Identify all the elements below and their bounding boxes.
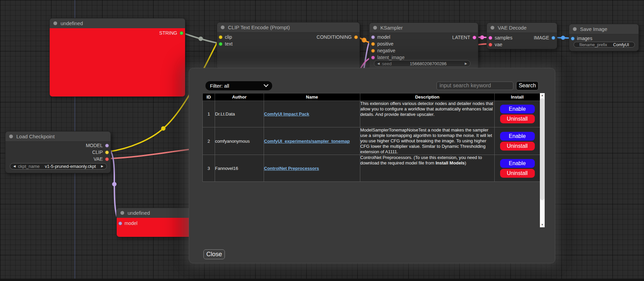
port-dot[interactable] — [371, 35, 375, 39]
reroute-dot-pink[interactable] — [480, 35, 484, 39]
port-dot[interactable] — [371, 56, 375, 59]
output-port-string[interactable]: STRING — [159, 31, 183, 35]
search-button[interactable]: Search — [516, 81, 539, 90]
extension-author: Dr.Lt.Data — [215, 101, 264, 127]
node-title: undefined — [61, 20, 83, 26]
column-header: Author — [215, 93, 264, 101]
extensions-table: IDAuthorNameDescriptionInstall 1Dr.Lt.Da… — [202, 93, 540, 182]
node-load-checkpoint[interactable]: Load Checkpoint MODEL CLIP VAE ◀ ckpt_na… — [5, 131, 111, 173]
node-body: STRING — [50, 28, 185, 96]
extension-link[interactable]: ComfyUI Impact Pack — [264, 111, 309, 117]
enable-button[interactable]: Enable — [500, 132, 535, 141]
reroute-dot-blue[interactable] — [561, 36, 565, 40]
node-title-bar[interactable]: undefined — [50, 18, 185, 29]
output-port-clip[interactable]: CLIP — [92, 150, 109, 155]
filter-select[interactable]: Filter: all — [205, 81, 272, 90]
scrollbar-thumb[interactable] — [540, 98, 544, 200]
reroute-dot-purple[interactable] — [112, 182, 117, 187]
scrollbar-down-arrow[interactable]: ▼ — [540, 223, 545, 227]
node-ksampler[interactable]: KSampler model positive negative latent_… — [369, 22, 478, 70]
port-dot[interactable] — [180, 31, 183, 35]
enable-button[interactable]: Enable — [500, 105, 535, 113]
scrollbar-up-arrow[interactable]: ▲ — [540, 93, 545, 98]
extension-row: 1Dr.Lt.DataComfyUI Impact PackThis exten… — [203, 101, 540, 127]
extension-id: 3 — [203, 155, 215, 182]
uninstall-button[interactable]: Uninstall — [500, 169, 535, 178]
node-status-dot — [491, 26, 494, 30]
extension-install-cell: EnableUninstall — [495, 127, 540, 155]
close-button[interactable]: Close — [203, 249, 225, 259]
node-title-bar[interactable]: Load Checkpoint — [5, 131, 111, 142]
widget-increment-arrow[interactable]: ▶ — [465, 62, 467, 65]
reroute-dot-orange[interactable] — [362, 38, 366, 42]
input-port-images[interactable]: images — [571, 36, 592, 41]
port-dot[interactable] — [219, 35, 222, 39]
extension-row: 2comfyanonymousComfyUI_experiments/sampl… — [203, 127, 540, 155]
ckpt-name-widget[interactable]: ◀ ckpt_name v1-5-pruned-emaonly.ckpt ▶ — [10, 163, 107, 170]
node-clip-text-encode[interactable]: CLIP Text Encode (Prompt) clip text COND… — [217, 22, 360, 70]
extensions-table-body: 1Dr.Lt.DataComfyUI Impact PackThis exten… — [203, 101, 540, 182]
scrollbar[interactable]: ▲ ▼ — [540, 93, 545, 227]
node-canvas[interactable]: { "canvas": { "wire_colors": { "gray": "… — [0, 0, 644, 281]
node-title-bar[interactable]: VAE Decode — [487, 23, 557, 33]
port-dot[interactable] — [354, 35, 358, 39]
input-port-samples[interactable]: samples — [489, 35, 512, 40]
input-port-model[interactable]: model — [118, 221, 137, 226]
column-header: Install — [495, 93, 540, 101]
column-header: ID — [203, 93, 215, 101]
node-title-bar[interactable]: KSampler — [369, 23, 478, 33]
node-save-image[interactable]: Save Image images filename_prefix ComfyU… — [569, 24, 639, 51]
port-dot[interactable] — [551, 36, 555, 40]
output-port-vae[interactable]: VAE — [94, 157, 109, 161]
port-dot[interactable] — [118, 222, 122, 225]
search-group: Search — [436, 81, 539, 90]
input-port-text[interactable]: text — [219, 41, 233, 46]
node-undefined-top[interactable]: undefined STRING — [49, 18, 185, 97]
port-dot[interactable] — [105, 151, 109, 154]
port-dot[interactable] — [473, 36, 476, 39]
port-dot[interactable] — [571, 37, 575, 40]
port-dot[interactable] — [489, 43, 492, 47]
input-port-negative[interactable]: negative — [371, 48, 395, 53]
output-port-model[interactable]: MODEL — [86, 143, 109, 148]
port-dot[interactable] — [105, 157, 109, 161]
extension-author: Fannovel16 — [215, 155, 264, 182]
input-port-positive[interactable]: positive — [371, 41, 393, 46]
extension-link[interactable]: ControlNet Preprocessors — [264, 166, 319, 171]
uninstall-button[interactable]: Uninstall — [500, 115, 535, 123]
port-dot[interactable] — [371, 49, 375, 53]
node-title: VAE Decode — [498, 25, 527, 31]
node-title-bar[interactable]: Save Image — [569, 24, 639, 34]
port-dot[interactable] — [489, 36, 492, 40]
input-port-vae[interactable]: vae — [489, 42, 502, 47]
widget-prev-arrow[interactable]: ◀ — [13, 165, 16, 168]
uninstall-button[interactable]: Uninstall — [500, 142, 535, 151]
input-port-model[interactable]: model — [371, 35, 390, 39]
port-dot[interactable] — [219, 42, 222, 46]
comfyui-manager-dialog: Filter: all Search IDAuthorNameDescripti… — [189, 68, 555, 263]
extension-link[interactable]: ComfyUI_experiments/sampler_tonemap — [264, 139, 350, 144]
filename-prefix-widget[interactable]: filename_prefix ComfyUI — [574, 42, 635, 48]
node-title: Load Checkpoint — [16, 134, 55, 139]
seed-widget[interactable]: ◀ seed 156680208700286 ▶ — [374, 60, 470, 67]
extension-row: 3Fannovel16ControlNet PreprocessorsContr… — [203, 155, 540, 182]
widget-decrement-arrow[interactable]: ◀ — [377, 62, 380, 65]
reroute-dot-yellow[interactable] — [161, 126, 166, 131]
search-input[interactable] — [436, 82, 513, 90]
output-port-conditioning[interactable]: CONDITIONING — [317, 35, 358, 39]
column-header: Name — [264, 93, 360, 101]
extension-description: ModelSamplerTonemapNoiseTest a node that… — [360, 127, 495, 155]
input-port-latent-image[interactable]: latent_image — [371, 55, 404, 60]
extension-name: ControlNet Preprocessors — [264, 155, 360, 182]
output-port-image[interactable]: IMAGE — [534, 35, 555, 40]
node-title-bar[interactable]: CLIP Text Encode (Prompt) — [217, 22, 360, 33]
enable-button[interactable]: Enable — [500, 159, 535, 168]
port-dot[interactable] — [105, 144, 109, 147]
port-dot[interactable] — [371, 42, 375, 46]
reroute-dot-gray[interactable] — [199, 37, 203, 41]
node-vae-decode[interactable]: VAE Decode samples vae IMAGE — [486, 22, 557, 49]
widget-next-arrow[interactable]: ▶ — [101, 165, 103, 168]
output-port-latent[interactable]: LATENT — [452, 35, 476, 40]
node-status-dot — [573, 27, 577, 31]
input-port-clip[interactable]: clip — [219, 35, 232, 39]
